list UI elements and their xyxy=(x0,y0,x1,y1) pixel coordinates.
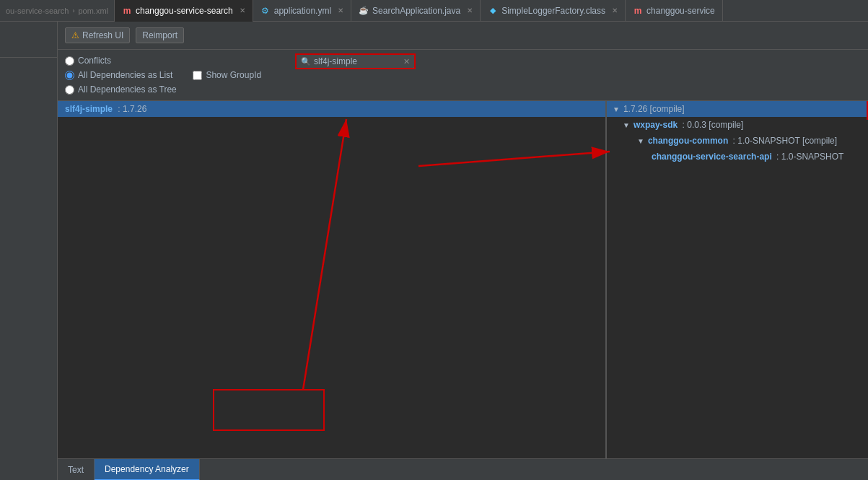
tree-name: wxpay-sdk xyxy=(634,120,678,130)
warning-icon: ⚠ xyxy=(71,30,79,40)
filter-row-1: Conflicts 🔍 ✕ xyxy=(65,56,861,66)
left-sidebar xyxy=(0,22,58,480)
search-clear-icon[interactable]: ✕ xyxy=(403,57,410,66)
search-input[interactable] xyxy=(314,56,400,66)
tab-label: changgou-service-search xyxy=(136,6,233,16)
tab-simple-logger-factory[interactable]: ◆ SimpleLoggerFactory.class ✕ xyxy=(481,0,626,22)
filter-row-2: All Dependencies as List Show GroupId xyxy=(65,70,861,80)
tab-changgou-service-search[interactable]: m changgou-service-search ✕ xyxy=(115,0,253,22)
tree-name: changgou-common xyxy=(648,136,728,146)
tab-label: changgou-service xyxy=(646,6,715,16)
yaml-icon: ⚙ xyxy=(260,6,271,16)
tree-arrow-icon: ▼ xyxy=(613,105,620,113)
split-view: slf4j-simple : 1.7.26 ▼ xyxy=(58,101,868,458)
all-dep-tree-label: All Dependencies as Tree xyxy=(78,84,177,95)
tree-item-root[interactable]: ▼ 1.7.26 [compile] xyxy=(607,101,868,117)
all-dep-list-radio-label[interactable]: All Dependencies as List xyxy=(65,70,172,80)
bottom-tab-dep-analyzer-label: Dependency Analyzer xyxy=(105,464,189,474)
filter-row-3: All Dependencies as Tree xyxy=(65,84,861,95)
tab-close-icon[interactable]: ✕ xyxy=(467,6,473,14)
tab-partial-left[interactable]: ou-service-search › pom.xml xyxy=(0,0,115,22)
filter-section: Conflicts 🔍 ✕ All Dependenc xyxy=(58,50,868,101)
tab-changgou-service[interactable]: m changgou-service xyxy=(626,0,723,22)
content-area: ⚠ Refresh UI Reimport Conflicts xyxy=(58,22,868,480)
show-group-id-text: Show GroupId xyxy=(206,70,261,80)
tree-name: changgou-service-search-api xyxy=(652,152,772,162)
sidebar-strip-item xyxy=(0,22,57,58)
tree-item-changgou-common[interactable]: ▼ changgou-common : 1.0-SNAPSHOT [compil… xyxy=(607,133,868,149)
tab-label: SearchApplication.java xyxy=(372,6,460,16)
dep-name: slf4j-simple xyxy=(65,104,113,114)
tree-version: : 1.0-SNAPSHOT xyxy=(774,152,844,162)
all-dep-list-label: All Dependencies as List xyxy=(78,70,172,80)
all-dep-tree-radio[interactable] xyxy=(65,85,74,95)
class-icon: ◆ xyxy=(488,6,498,16)
tree-item-wxpay-sdk[interactable]: ▼ wxpay-sdk : 0.0.3 [compile] xyxy=(607,117,868,133)
tab-bar: ou-service-search › pom.xml m changgou-s… xyxy=(0,0,868,22)
reimport-label: Reimport xyxy=(142,30,177,40)
tab-close-icon[interactable]: ✕ xyxy=(240,6,245,14)
tree-item-changgou-service-search-api[interactable]: changgou-service-search-api : 1.0-SNAPSH… xyxy=(607,149,868,165)
dependency-list: slf4j-simple : 1.7.26 xyxy=(58,101,606,458)
maven-icon-2: m xyxy=(633,6,643,16)
dependency-tree-panel: ▼ 1.7.26 [compile] ▼ wxpay-sdk : 0.0.3 [… xyxy=(607,101,868,458)
dep-item-slf4j-simple[interactable]: slf4j-simple : 1.7.26 xyxy=(58,101,605,117)
search-container: 🔍 ✕ xyxy=(296,54,415,69)
tree-version: : 1.0-SNAPSHOT [compile] xyxy=(730,136,837,146)
tree-root-version: 1.7.26 [compile] xyxy=(623,104,685,114)
bottom-tab-text[interactable]: Text xyxy=(58,459,95,481)
show-group-id-checkbox[interactable] xyxy=(193,71,202,80)
bottom-tab-text-label: Text xyxy=(68,465,84,475)
bottom-tab-dependency-analyzer[interactable]: Dependency Analyzer xyxy=(95,459,200,481)
tree-arrow-icon: ▼ xyxy=(637,137,644,145)
tab-close-icon[interactable]: ✕ xyxy=(612,6,618,14)
tab-close-icon[interactable]: ✕ xyxy=(338,6,343,14)
tree-arrow-icon: ▼ xyxy=(623,121,630,129)
tree-version: : 0.0.3 [compile] xyxy=(680,120,743,130)
show-group-id-label[interactable]: Show GroupId xyxy=(193,70,261,80)
dep-version: : 1.7.26 xyxy=(115,104,146,114)
conflicts-radio-label[interactable]: Conflicts xyxy=(65,56,111,66)
tab-label: application.yml xyxy=(274,6,331,16)
all-dep-list-radio[interactable] xyxy=(65,71,74,80)
conflicts-label: Conflicts xyxy=(78,56,111,66)
tab-search-application[interactable]: ☕ SearchApplication.java ✕ xyxy=(351,0,481,22)
toolbar: ⚠ Refresh UI Reimport xyxy=(58,22,868,50)
conflicts-radio[interactable] xyxy=(65,56,74,66)
search-icon: 🔍 xyxy=(301,57,311,66)
tab-application-yml[interactable]: ⚙ application.yml ✕ xyxy=(253,0,351,22)
all-dep-tree-radio-label[interactable]: All Dependencies as Tree xyxy=(65,84,177,95)
refresh-ui-button[interactable]: ⚠ Refresh UI xyxy=(65,27,130,43)
maven-icon: m xyxy=(122,6,132,16)
java-icon: ☕ xyxy=(359,6,369,16)
reimport-button[interactable]: Reimport xyxy=(136,27,184,43)
bottom-bar: Text Dependency Analyzer xyxy=(58,458,868,480)
refresh-label: Refresh UI xyxy=(82,30,123,40)
tab-label: SimpleLoggerFactory.class xyxy=(501,6,605,16)
